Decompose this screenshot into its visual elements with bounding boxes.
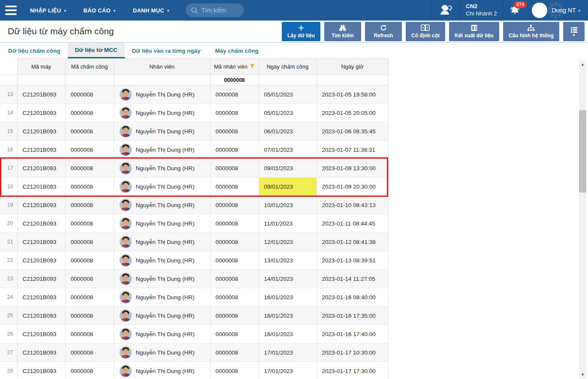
support-headset-icon[interactable] (432, 4, 459, 17)
cell-attendance-date: 16/01/2023 (259, 307, 317, 325)
menu-label: NHẬP LIỆU (30, 7, 61, 14)
column-header-nhan-vien[interactable]: Nhân viên (114, 59, 210, 75)
row-number: 14 (0, 104, 17, 122)
cell-attendance-code: 0000008 (65, 270, 114, 288)
table-row[interactable]: 17C21201B0930000008Nguyễn Thị Dung (HR)0… (0, 159, 388, 177)
scrollbar-thumb[interactable] (579, 110, 586, 193)
cell-attendance-code: 0000008 (65, 141, 114, 159)
cell-attendance-code: 0000008 (65, 251, 114, 270)
filter-cell[interactable] (17, 75, 65, 85)
cell-attendance-code: 0000008 (65, 177, 114, 196)
chevron-down-icon: ▾ (578, 9, 580, 13)
table-row[interactable]: 21C21201B0930000008Nguyễn Thị Dung (HR)0… (0, 233, 388, 251)
cell-datetime: 2023-01-09 13:30:00 (317, 159, 388, 177)
notification-count-badge: 274 (514, 1, 527, 8)
cell-datetime: 2023-01-11 08:44:45 (317, 214, 388, 233)
vertical-scrollbar[interactable]: ▲ ▼ (579, 60, 586, 379)
cell-attendance-date: 06/01/2023 (259, 122, 317, 141)
tab-may-cham-cong[interactable]: Máy chấm công (208, 43, 265, 58)
freeze-columns-button[interactable]: Cố định cột (406, 22, 445, 41)
cell-attendance-code: 0000008 (65, 104, 114, 122)
table-row[interactable]: 16C21201B0930000008Nguyễn Thị Dung (HR)0… (0, 141, 388, 159)
employee-name: Nguyễn Thị Dung (HR) (136, 91, 195, 98)
cell-machine-code: C21201B093 (17, 270, 65, 288)
column-header-ma-cham-cong[interactable]: Mã chấm công (65, 59, 114, 75)
filter-cell[interactable] (114, 75, 210, 85)
table-row[interactable]: 20C21201B0930000008Nguyễn Thị Dung (HR)0… (0, 214, 388, 233)
system-config-button[interactable]: Cấu hình hệ thống (503, 22, 559, 41)
cell-employee: Nguyễn Thị Dung (HR) (114, 270, 210, 288)
filter-icon[interactable] (250, 64, 255, 69)
filter-cell-ma-nhan-vien[interactable]: 0000008 (210, 75, 259, 85)
cell-machine-code: C21201B093 (17, 288, 65, 307)
table-row[interactable]: 26C21201B0930000008Nguyễn Thị Dung (HR)0… (0, 325, 388, 343)
header-row: Mã máy Mã chấm công Nhân viên Mã nhân vi… (0, 59, 388, 75)
cell-employee-code: 0000008 (210, 251, 259, 270)
table-row[interactable]: 28C21201B0930000008Nguyễn Thị Dung (HR)0… (0, 362, 388, 379)
cell-employee: Nguyễn Thị Dung (HR) (114, 251, 210, 270)
grid-menu-button[interactable]: ▾ (563, 22, 585, 41)
employee-avatar (119, 254, 132, 267)
search-icon (191, 7, 198, 14)
filter-cell[interactable] (65, 75, 114, 85)
cell-attendance-code: 0000008 (65, 196, 114, 214)
search-button[interactable]: Tìm kiếm (324, 22, 361, 41)
table-row[interactable]: 22C21201B0930000008Nguyễn Thị Dung (HR)0… (0, 251, 388, 270)
cell-machine-code: C21201B093 (17, 122, 65, 141)
table-row[interactable]: 27C21201B0930000008Nguyễn Thị Dung (HR)0… (0, 343, 388, 362)
cell-machine-code: C21201B093 (17, 104, 65, 122)
tab-du-lieu-cham-cong[interactable]: Dữ liệu chấm công (1, 43, 68, 58)
table-row[interactable]: 13C21201B0930000008Nguyễn Thị Dung (HR)0… (0, 85, 388, 104)
cell-attendance-code: 0000008 (65, 85, 114, 104)
scroll-down-arrow[interactable]: ▼ (579, 371, 586, 378)
hamburger-menu-icon[interactable] (0, 0, 21, 21)
button-label: Cố định cột (411, 33, 440, 39)
cell-attendance-date: 11/01/2023 (259, 214, 317, 233)
cell-attendance-date: 05/01/2023 (259, 104, 317, 122)
cell-attendance-date: 16/01/2023 (259, 288, 317, 307)
search-box[interactable] (186, 3, 244, 17)
refresh-button[interactable]: Refresh (365, 22, 402, 41)
employee-avatar (119, 291, 132, 304)
export-data-button[interactable]: Kết xuất dữ liệu (449, 22, 499, 41)
menu-item-bao-cao[interactable]: BÁO CÁO ▾ (75, 0, 124, 21)
cell-employee-code: 0000008 (210, 343, 259, 362)
row-number-header (0, 59, 17, 75)
employee-name: Nguyễn Thị Dung (HR) (136, 202, 195, 208)
table-row[interactable]: 23C21201B0930000008Nguyễn Thị Dung (HR)0… (0, 270, 388, 288)
cell-datetime: 2023-01-13 08:39:51 (317, 251, 388, 270)
column-header-ma-nhan-vien[interactable]: Mã nhân viên (210, 59, 259, 75)
tab-du-lieu-vao-ra-tung-ngay[interactable]: Dữ liệu vào ra từng ngày (125, 43, 208, 58)
table-row[interactable]: 14C21201B0930000008Nguyễn Thị Dung (HR)0… (0, 104, 388, 122)
chevron-down-icon: ▾ (573, 34, 575, 36)
filter-cell[interactable] (259, 75, 317, 85)
user-menu[interactable]: ⚙ Dung NT ▾ (529, 0, 588, 21)
table-row[interactable]: 18C21201B0930000008Nguyễn Thị Dung (HR)0… (0, 177, 388, 196)
menu-item-danh-muc[interactable]: DANH MỤC ▾ (124, 0, 178, 21)
table-row[interactable]: 15C21201B0930000008Nguyễn Thị Dung (HR)0… (0, 122, 388, 141)
cell-employee-code: 0000008 (210, 288, 259, 307)
search-input[interactable] (202, 7, 238, 14)
get-data-button[interactable]: + Lấy dữ liệu (282, 22, 320, 41)
column-header-ngay-gio[interactable]: Ngày giờ (317, 59, 388, 75)
tab-du-lieu-tu-mcc[interactable]: Dữ liệu từ MCC (68, 43, 125, 58)
filter-cell[interactable] (317, 75, 388, 85)
menu-item-nhap-lieu[interactable]: NHẬP LIỆU ▾ (21, 0, 75, 21)
table-row[interactable]: 25C21201B0930000008Nguyễn Thị Dung (HR)0… (0, 307, 388, 325)
cell-employee: Nguyễn Thị Dung (HR) (114, 122, 210, 141)
column-header-ma-may[interactable]: Mã máy (17, 59, 65, 75)
scroll-up-arrow[interactable]: ▲ (579, 61, 586, 68)
row-number: 15 (0, 122, 17, 141)
table-row[interactable]: 24C21201B0930000008Nguyễn Thị Dung (HR)0… (0, 288, 388, 307)
button-label: Cấu hình hệ thống (509, 33, 554, 39)
employee-name: Nguyễn Thị Dung (HR) (136, 147, 195, 153)
notifications-button[interactable]: 274 (503, 0, 529, 21)
cell-attendance-date: 10/01/2023 (259, 196, 317, 214)
branch-code: CN2 (466, 3, 497, 10)
column-header-ngay-cham-cong[interactable]: Ngày chấm công (259, 59, 317, 75)
cell-attendance-date: 16/01/2023 (259, 325, 317, 343)
row-number: 20 (0, 214, 17, 233)
table-row[interactable]: 19C21201B0930000008Nguyễn Thị Dung (HR)0… (0, 196, 388, 214)
branch-selector[interactable]: CN2 Chi Nhánh 2 (460, 3, 503, 17)
filter-row: 0000008 (0, 75, 388, 85)
